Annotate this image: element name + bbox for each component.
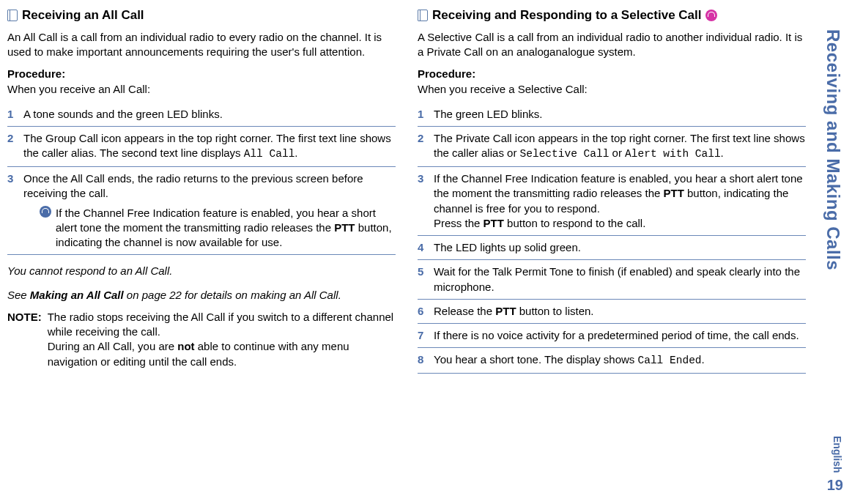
page-number: 19 (827, 477, 843, 494)
see-prefix: See (7, 289, 30, 301)
step-body: If there is no voice activity for a pred… (434, 328, 806, 343)
bold-text: PTT (664, 187, 684, 199)
step-text: button to listen. (516, 305, 594, 317)
intro-paragraph: An All Call is a call from an individual… (7, 30, 396, 60)
step-text: Release the (434, 305, 495, 317)
step-text: . (721, 147, 724, 159)
step-row: 6 Release the PTT button to listen. (418, 300, 806, 324)
step-body: If the Channel Free Indication feature i… (434, 171, 806, 231)
step-body: The LED lights up solid green. (434, 240, 806, 255)
step-row: 4 The LED lights up solid green. (418, 236, 806, 260)
see-reference: See Making an All Call on page 22 for de… (7, 288, 396, 303)
english-label: English (831, 436, 843, 473)
step-row: 3 Once the All Call ends, the radio retu… (7, 167, 396, 255)
procedure-when: When you receive an All Call: (7, 82, 396, 97)
step-number: 3 (7, 171, 18, 250)
step-body: The Group Call icon appears in the top r… (23, 131, 396, 162)
step-row: 2 The Private Call icon appears in the t… (418, 127, 806, 167)
step-text: Press the (434, 217, 484, 229)
right-column: Receiving and Responding to a Selective … (418, 7, 806, 374)
book-icon (418, 10, 428, 21)
step-number: 2 (418, 131, 428, 162)
step-row: 8 You hear a short tone. The display sho… (418, 348, 806, 374)
step-text: button to respond to the call. (504, 217, 645, 229)
intro-paragraph: A Selective Call is a call from an indiv… (418, 30, 806, 60)
headset-icon (705, 10, 717, 21)
procedure-when: When you receive a Selective Call: (418, 82, 806, 97)
step-text: Once the All Call ends, the radio return… (23, 172, 363, 199)
step-number: 2 (7, 131, 18, 162)
step-number: 7 (418, 328, 428, 343)
step-row: 2 The Group Call icon appears in the top… (7, 127, 396, 167)
mono-text: All Call (244, 148, 295, 160)
side-tab-title: Receiving and Making Calls (823, 29, 843, 270)
step-text: . (295, 147, 297, 159)
step-body: Wait for the Talk Permit Tone to finish … (434, 264, 806, 294)
section-heading-all-call: Receiving an All Call (7, 7, 396, 24)
step-text: . (702, 353, 705, 366)
section-heading-selective-call: Receiving and Responding to a Selective … (418, 7, 806, 24)
step-number: 6 (418, 304, 428, 319)
note-prefix: If the Channel Free Indication feature i… (56, 207, 376, 234)
step-text: or (609, 147, 625, 159)
procedure-label: Procedure: (7, 67, 396, 81)
step-row: 5 Wait for the Talk Permit Tone to finis… (418, 260, 806, 300)
step-number: 5 (418, 264, 428, 294)
bold-text: PTT (495, 305, 516, 317)
step-body: The Private Call icon appears in the top… (434, 131, 806, 162)
see-bold: Making an All Call (30, 289, 124, 301)
page-content: Receiving an All Call An All Call is a c… (0, 0, 852, 381)
headset-icon (40, 206, 51, 218)
step-number: 8 (418, 352, 428, 368)
step-number: 1 (7, 107, 18, 122)
note-line1: The radio stops receiving the All Call i… (48, 311, 393, 338)
step-row: 1 The green LED blinks. (418, 103, 806, 127)
heading-text: Receiving an All Call (22, 7, 144, 24)
step-body: The green LED blinks. (434, 107, 806, 122)
channel-free-note: If the Channel Free Indication feature i… (40, 206, 396, 251)
step-text: You hear a short tone. The display shows (434, 353, 638, 366)
see-suffix: on page 22 for details on making an All … (124, 289, 341, 301)
step-text: The Group Call icon appears in the top r… (23, 132, 391, 159)
heading-text: Receiving and Responding to a Selective … (432, 7, 701, 24)
book-icon (7, 10, 18, 21)
note-bold: not (177, 340, 194, 352)
note-block: NOTE: The radio stops receiving the All … (7, 310, 396, 369)
step-row: 7 If there is no voice activity for a pr… (418, 324, 806, 348)
step-number: 4 (418, 240, 428, 255)
italic-cannot-respond: You cannot respond to an All Call. (7, 264, 396, 278)
step-body: Once the All Call ends, the radio return… (23, 171, 396, 250)
note-text: If the Channel Free Indication feature i… (56, 206, 396, 251)
step-row: 3 If the Channel Free Indication feature… (418, 167, 806, 236)
left-column: Receiving an All Call An All Call is a c… (7, 7, 396, 374)
note-label: NOTE: (7, 310, 42, 369)
step-body: You hear a short tone. The display shows… (434, 352, 806, 368)
procedure-label: Procedure: (418, 67, 806, 81)
step-body: A tone sounds and the green LED blinks. (23, 107, 396, 122)
mono-text: Alert with Call (625, 148, 721, 160)
note-prefix: During an All Call, you are (48, 340, 178, 352)
bold-text: PTT (484, 217, 504, 229)
bold-text: PTT (334, 221, 355, 234)
step-body: Release the PTT button to listen. (434, 304, 806, 319)
step-number: 1 (418, 107, 428, 122)
mono-text: Selective Call (520, 148, 610, 160)
step-number: 3 (418, 171, 428, 231)
mono-text: Call Ended (638, 355, 702, 366)
note-body: The radio stops receiving the All Call i… (48, 310, 396, 369)
step-row: 1 A tone sounds and the green LED blinks… (7, 103, 396, 127)
